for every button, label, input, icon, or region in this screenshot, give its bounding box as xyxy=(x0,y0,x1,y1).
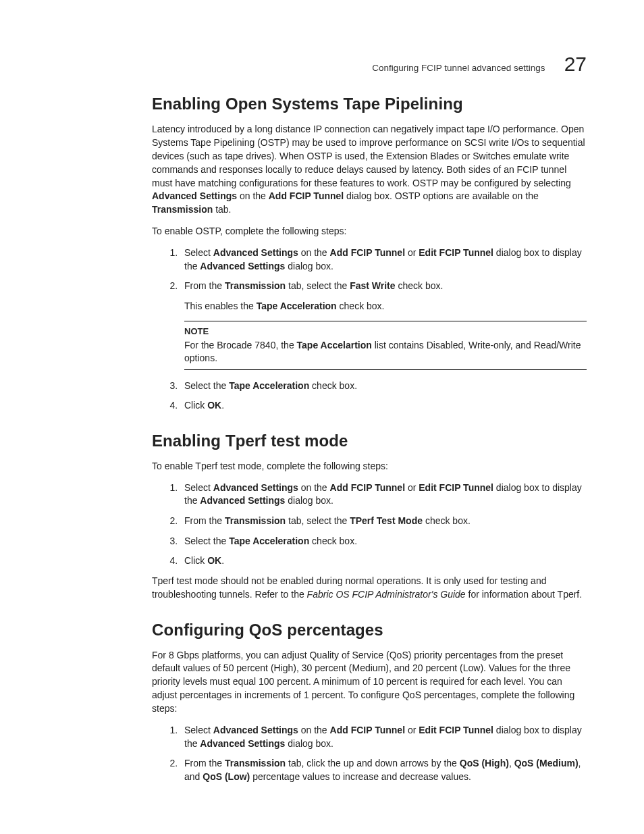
bold-text: Edit FCIP Tunnel xyxy=(419,725,493,735)
text: tab, select the xyxy=(286,515,350,526)
bold-text: Transmission xyxy=(225,758,286,768)
text: check box. xyxy=(309,536,357,546)
text: This enables the xyxy=(184,301,257,311)
step-1: Select Advanced Settings on the Add FCIP… xyxy=(180,246,587,273)
text: Latency introduced by a long distance IP… xyxy=(152,124,585,188)
tperf-steps: Select Advanced Settings on the Add FCIP… xyxy=(152,481,587,568)
page: Configuring FCIP tunnel advanced setting… xyxy=(0,0,644,834)
bold-text: OK xyxy=(207,400,221,411)
bold-text: Advanced Settings xyxy=(213,247,298,258)
bold-text: Add FCIP Tunnel xyxy=(269,190,344,201)
text: or xyxy=(405,725,419,735)
note-label: NOTE xyxy=(184,325,587,338)
heading-qos: Configuring QoS percentages xyxy=(152,621,587,640)
ostp-steps: Select Advanced Settings on the Add FCIP… xyxy=(152,246,587,413)
ostp-intro: Latency introduced by a long distance IP… xyxy=(152,123,587,217)
step-3: Select the Tape Acceleration check box. xyxy=(180,535,587,548)
step-2: From the Transmission tab, click the up … xyxy=(180,757,587,783)
qos-intro: For 8 Gbps platforms, you can adjust Qua… xyxy=(152,649,587,716)
text: Select the xyxy=(184,380,229,391)
bold-text: Edit FCIP Tunnel xyxy=(419,482,493,493)
bold-text: Tape Acceleration xyxy=(229,380,309,391)
text: Select xyxy=(184,247,213,258)
heading-ostp: Enabling Open Systems Tape Pipelining xyxy=(152,95,587,113)
text: , xyxy=(509,758,514,768)
text: check box. xyxy=(309,380,357,391)
bold-text: QoS (High) xyxy=(460,758,509,768)
bold-text: Transmission xyxy=(225,280,286,291)
note-box: NOTE For the Brocade 7840, the Tape Acce… xyxy=(184,321,587,369)
bold-text: Add FCIP Tunnel xyxy=(330,725,405,735)
qos-steps: Select Advanced Settings on the Add FCIP… xyxy=(152,724,587,783)
step-1: Select Advanced Settings on the Add FCIP… xyxy=(180,724,587,750)
step-4: Click OK. xyxy=(180,399,587,413)
text: percentage values to increase and decrea… xyxy=(250,771,471,782)
bold-text: Advanced Settings xyxy=(200,261,285,271)
text: Click xyxy=(184,555,207,566)
text: check box. xyxy=(396,280,444,291)
text: Click xyxy=(184,400,207,411)
text: From the xyxy=(184,515,225,526)
ostp-leadin: To enable OSTP, complete the following s… xyxy=(152,225,587,238)
text: or xyxy=(405,247,419,258)
bold-text: Advanced Settings xyxy=(152,190,237,201)
text: dialog box. xyxy=(285,738,333,749)
text: For the Brocade 7840, the xyxy=(184,340,297,350)
text: . xyxy=(221,400,224,411)
bold-text: Advanced Settings xyxy=(213,725,298,735)
step-2: From the Transmission tab, select the TP… xyxy=(180,515,587,528)
running-header: Configuring FCIP tunnel advanced setting… xyxy=(372,54,587,74)
text: dialog box. OSTP options are available o… xyxy=(344,190,538,201)
bold-text: Tape Acceleration xyxy=(229,536,309,546)
bold-text: QoS (Medium) xyxy=(514,758,579,768)
text: tab, select the xyxy=(286,280,350,291)
bold-text: Advanced Settings xyxy=(200,495,285,506)
bold-text: OK xyxy=(207,555,221,566)
text: check box. xyxy=(337,301,385,311)
chapter-number: 27 xyxy=(564,54,587,74)
bold-text: TPerf Test Mode xyxy=(350,515,423,526)
step-4: Click OK. xyxy=(180,554,587,568)
bold-text: Advanced Settings xyxy=(200,738,285,749)
text: on the xyxy=(298,247,330,258)
bold-text: Advanced Settings xyxy=(213,482,298,493)
step-2: From the Transmission tab, select the Fa… xyxy=(180,280,587,370)
bold-text: Add FCIP Tunnel xyxy=(330,247,405,258)
bold-text: Fast Write xyxy=(350,280,395,291)
text: on the xyxy=(237,190,269,201)
step-2-sub: This enables the Tape Acceleration check… xyxy=(184,300,587,313)
italic-text: Fabric OS FCIP Administrator's Guide xyxy=(307,589,466,600)
text: for information about Tperf. xyxy=(466,589,583,600)
step-3: Select the Tape Acceleration check box. xyxy=(180,380,587,393)
text: Select xyxy=(184,725,213,735)
bold-text: Transmission xyxy=(225,515,286,526)
bold-text: QoS (Low) xyxy=(203,771,250,782)
tperf-leadin: To enable Tperf test mode, complete the … xyxy=(152,460,587,473)
text: From the xyxy=(184,758,225,768)
bold-text: Transmission xyxy=(152,204,213,215)
text: dialog box. xyxy=(285,261,333,271)
running-title: Configuring FCIP tunnel advanced setting… xyxy=(372,63,545,73)
page-content: Enabling Open Systems Tape Pipelining La… xyxy=(152,95,587,783)
text: tab, click the up and down arrows by the xyxy=(286,758,460,768)
bold-text: Tape Accelartion xyxy=(297,340,372,350)
heading-tperf: Enabling Tperf test mode xyxy=(152,432,587,450)
text: on the xyxy=(298,482,330,493)
text: check box. xyxy=(423,515,471,526)
text: From the xyxy=(184,280,225,291)
text: or xyxy=(405,482,419,493)
text: Select the xyxy=(184,536,229,546)
tperf-closing: Tperf test mode should not be enabled du… xyxy=(152,575,587,602)
text: dialog box. xyxy=(285,495,333,506)
text: tab. xyxy=(213,204,231,215)
bold-text: Add FCIP Tunnel xyxy=(330,482,405,493)
text: on the xyxy=(298,725,330,735)
bold-text: Edit FCIP Tunnel xyxy=(419,247,493,258)
step-1: Select Advanced Settings on the Add FCIP… xyxy=(180,481,587,508)
bold-text: Tape Acceleration xyxy=(257,301,337,311)
text: . xyxy=(221,555,224,566)
text: Select xyxy=(184,482,213,493)
